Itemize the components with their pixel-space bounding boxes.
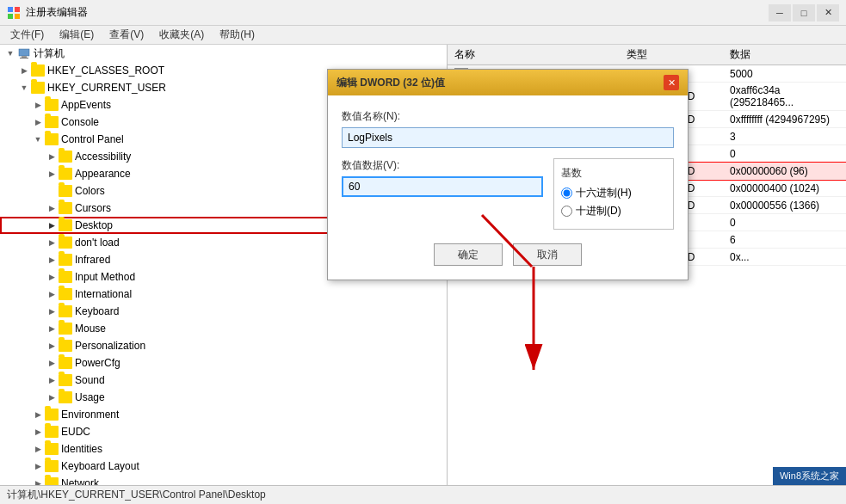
tree-item-usage[interactable]: ▶ Usage [0, 389, 447, 406]
folder-icon-colors [59, 185, 72, 197]
radio-hex-row: 十六进制(H) [561, 186, 666, 200]
expander-environment[interactable]: ▶ [31, 408, 45, 421]
dialog-name-label: 数值名称(N): [342, 109, 674, 124]
close-button[interactable]: ✕ [817, 4, 839, 22]
folder-icon-international [59, 288, 72, 300]
tree-item-mouse[interactable]: ▶ Mouse [0, 320, 447, 337]
identities-label: Identities [61, 443, 102, 455]
expander-mouse[interactable]: ▶ [45, 322, 59, 335]
svg-rect-2 [8, 14, 13, 19]
expander-appearance[interactable]: ▶ [45, 167, 59, 181]
cell-data: 0x00000060 (96) [723, 163, 846, 180]
expander-usage[interactable]: ▶ [45, 390, 59, 404]
expander-console[interactable]: ▶ [31, 115, 45, 129]
svg-rect-0 [8, 7, 13, 12]
dialog-close-button[interactable]: ✕ [664, 75, 679, 90]
tree-item-identities[interactable]: ▶ Identities [0, 440, 447, 458]
expander-controlpanel[interactable]: ▼ [31, 132, 45, 146]
col-header-data: 数据 [723, 45, 846, 65]
expander-eudc[interactable]: ▶ [31, 425, 45, 439]
menu-view[interactable]: 查看(V) [102, 26, 151, 44]
svg-rect-6 [20, 58, 28, 58]
menu-file[interactable]: 文件(F) [3, 26, 51, 44]
tree-item-computer[interactable]: ▼ 计算机 [0, 45, 447, 62]
tree-item-personalization[interactable]: ▶ Personalization [0, 337, 447, 354]
dialog-ok-button[interactable]: 确定 [434, 243, 503, 266]
inputmethod-label: Input Method [75, 271, 135, 283]
tree-item-international[interactable]: ▶ International [0, 286, 447, 303]
usage-label: Usage [75, 391, 105, 403]
expander-cursors[interactable]: ▶ [45, 201, 59, 215]
minimize-button[interactable]: ─ [769, 4, 791, 22]
dialog-title: 编辑 DWORD (32 位)值 [337, 76, 445, 90]
expander-hkcr[interactable]: ▶ [17, 64, 31, 77]
radio-dec[interactable] [561, 206, 572, 217]
maximize-button[interactable]: □ [793, 4, 815, 22]
expander-inputmethod[interactable]: ▶ [45, 270, 59, 284]
expander-international[interactable]: ▶ [45, 287, 59, 301]
radio-hex[interactable] [561, 187, 572, 199]
folder-icon-cursors [59, 202, 72, 214]
expander-infrared[interactable]: ▶ [45, 253, 59, 267]
radio-dec-label: 十进制(D) [576, 204, 621, 218]
appearance-label: Appearance [75, 168, 131, 180]
tree-item-eudc[interactable]: ▶ EUDC [0, 423, 447, 440]
dialog-value-input[interactable] [342, 176, 543, 197]
cell-data: 3 [723, 128, 846, 145]
expander-appevents[interactable]: ▶ [31, 98, 45, 112]
dialog-body: 数值名称(N): 数值数据(V): 基数 十六进制(H) 十进制(D) [328, 95, 688, 280]
folder-icon-console [45, 116, 59, 128]
dialog-cancel-button[interactable]: 取消 [513, 243, 582, 266]
app-title: 注册表编辑器 [26, 5, 88, 20]
tree-item-keyboard[interactable]: ▶ Keyboard [0, 303, 447, 320]
menu-edit[interactable]: 编辑(E) [52, 26, 101, 44]
tree-item-network[interactable]: ▶ Network [0, 475, 447, 485]
folder-icon-identities [45, 443, 59, 455]
title-bar-left: 注册表编辑器 [7, 5, 88, 20]
network-label: Network [61, 477, 99, 485]
expander-hkcu[interactable]: ▼ [17, 81, 31, 95]
dialog-value-label: 数值数据(V): [342, 158, 543, 173]
menu-help[interactable]: 帮助(H) [213, 26, 262, 44]
cell-data: 0 [723, 145, 846, 163]
tree-item-sound[interactable]: ▶ Sound [0, 372, 447, 389]
expander-personalization[interactable]: ▶ [45, 339, 59, 353]
folder-icon-dontload [59, 237, 72, 249]
expander-network[interactable]: ▶ [31, 476, 45, 485]
hkcr-label: HKEY_CLASSES_ROOT [47, 65, 164, 77]
col-header-type: 类型 [620, 45, 723, 65]
expander-keyboardlayout[interactable]: ▶ [31, 459, 45, 473]
folder-icon-network [45, 477, 59, 485]
folder-icon-eudc [45, 426, 59, 438]
computer-icon [17, 46, 31, 60]
tree-item-keyboardlayout[interactable]: ▶ Keyboard Layout [0, 458, 447, 475]
dialog-radix-label: 基数 [561, 166, 666, 181]
tree-item-powercfg[interactable]: ▶ PowerCfg [0, 354, 447, 372]
expander-keyboard[interactable]: ▶ [45, 304, 59, 318]
expander-powercfg[interactable]: ▶ [45, 356, 59, 370]
expander-dontload[interactable]: ▶ [45, 236, 59, 249]
expander-identities[interactable]: ▶ [31, 442, 45, 456]
appevents-label: AppEvents [61, 99, 111, 111]
cell-data: 6 [723, 231, 846, 249]
expander-accessibility[interactable]: ▶ [45, 150, 59, 163]
console-label: Console [61, 116, 99, 128]
expander-computer[interactable]: ▼ [3, 46, 17, 60]
tree-item-environment[interactable]: ▶ Environment [0, 406, 447, 423]
menu-favorites[interactable]: 收藏夹(A) [152, 26, 211, 44]
hkcu-label: HKEY_CURRENT_USER [47, 82, 166, 94]
dialog-radix-col: 基数 十六进制(H) 十进制(D) [553, 158, 674, 230]
powercfg-label: PowerCfg [75, 357, 120, 369]
svg-rect-1 [15, 7, 20, 12]
svg-rect-3 [15, 14, 20, 19]
folder-icon-usage [59, 391, 72, 403]
expander-desktop[interactable]: ▶ [45, 218, 59, 232]
folder-icon-mouse [59, 323, 72, 335]
expander-sound[interactable]: ▶ [45, 373, 59, 387]
international-label: International [75, 288, 132, 300]
dialog-name-input[interactable] [342, 127, 674, 148]
computer-label: 计算机 [34, 46, 65, 61]
app-icon [7, 6, 21, 20]
folder-icon-appearance [59, 168, 72, 180]
col-header-name: 名称 [448, 45, 620, 65]
